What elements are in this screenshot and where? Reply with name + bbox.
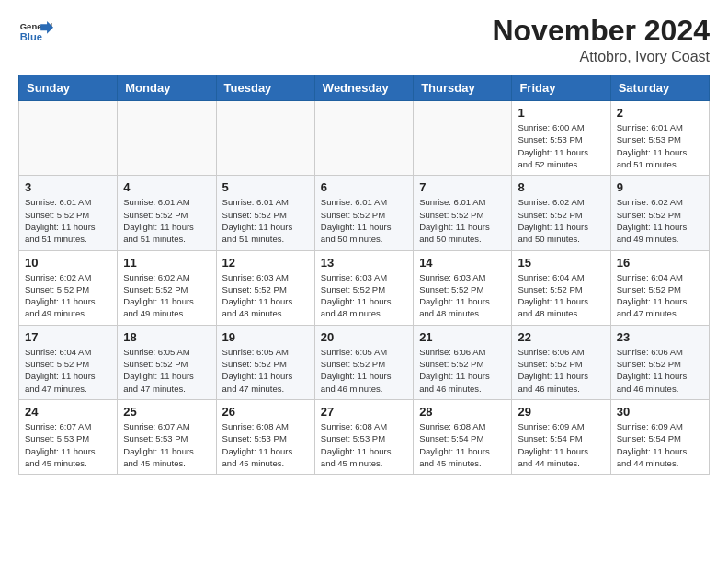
week-row-2: 3Sunrise: 6:01 AM Sunset: 5:52 PM Daylig…: [19, 176, 710, 250]
weekday-header-monday: Monday: [118, 75, 216, 101]
day-info: Sunrise: 6:07 AM Sunset: 5:53 PM Dayligh…: [25, 420, 111, 469]
day-number: 14: [419, 256, 506, 270]
day-info: Sunrise: 6:01 AM Sunset: 5:52 PM Dayligh…: [123, 196, 210, 245]
calendar-cell: 10Sunrise: 6:02 AM Sunset: 5:52 PM Dayli…: [19, 250, 118, 325]
calendar-cell: 11Sunrise: 6:02 AM Sunset: 5:52 PM Dayli…: [118, 250, 216, 325]
day-info: Sunrise: 6:01 AM Sunset: 5:53 PM Dayligh…: [617, 121, 703, 170]
calendar-title: November 2024: [492, 15, 710, 47]
day-number: 21: [419, 330, 506, 344]
logo-icon: General Blue: [18, 15, 53, 50]
calendar-table: SundayMondayTuesdayWednesdayThursdayFrid…: [18, 75, 710, 475]
calendar-cell: 16Sunrise: 6:04 AM Sunset: 5:52 PM Dayli…: [610, 250, 709, 325]
day-number: 10: [25, 256, 111, 270]
calendar-subtitle: Attobro, Ivory Coast: [492, 49, 710, 65]
day-info: Sunrise: 6:01 AM Sunset: 5:52 PM Dayligh…: [419, 196, 506, 245]
calendar-cell: [118, 101, 216, 176]
weekday-header-sunday: Sunday: [19, 75, 118, 101]
day-info: Sunrise: 6:03 AM Sunset: 5:52 PM Dayligh…: [321, 271, 407, 320]
day-number: 29: [518, 405, 604, 419]
day-number: 15: [518, 256, 604, 270]
svg-text:Blue: Blue: [20, 31, 42, 42]
day-info: Sunrise: 6:03 AM Sunset: 5:52 PM Dayligh…: [222, 271, 309, 320]
calendar-cell: 29Sunrise: 6:09 AM Sunset: 5:54 PM Dayli…: [512, 399, 610, 474]
day-info: Sunrise: 6:08 AM Sunset: 5:53 PM Dayligh…: [321, 420, 407, 469]
day-number: 16: [617, 256, 703, 270]
calendar-cell: 6Sunrise: 6:01 AM Sunset: 5:52 PM Daylig…: [314, 176, 413, 250]
day-info: Sunrise: 6:02 AM Sunset: 5:52 PM Dayligh…: [25, 271, 111, 320]
day-info: Sunrise: 6:07 AM Sunset: 5:53 PM Dayligh…: [123, 420, 210, 469]
day-number: 18: [123, 330, 210, 344]
day-number: 30: [617, 405, 703, 419]
calendar-cell: 8Sunrise: 6:02 AM Sunset: 5:52 PM Daylig…: [512, 176, 610, 250]
calendar-cell: 23Sunrise: 6:06 AM Sunset: 5:52 PM Dayli…: [610, 325, 709, 399]
calendar-cell: 5Sunrise: 6:01 AM Sunset: 5:52 PM Daylig…: [216, 176, 314, 250]
week-row-4: 17Sunrise: 6:04 AM Sunset: 5:52 PM Dayli…: [19, 325, 710, 399]
day-info: Sunrise: 6:02 AM Sunset: 5:52 PM Dayligh…: [123, 271, 210, 320]
day-info: Sunrise: 6:02 AM Sunset: 5:52 PM Dayligh…: [617, 196, 703, 245]
day-info: Sunrise: 6:04 AM Sunset: 5:52 PM Dayligh…: [617, 271, 703, 320]
weekday-header-friday: Friday: [512, 75, 610, 101]
week-row-5: 24Sunrise: 6:07 AM Sunset: 5:53 PM Dayli…: [19, 399, 710, 474]
calendar-cell: 27Sunrise: 6:08 AM Sunset: 5:53 PM Dayli…: [314, 399, 413, 474]
calendar-cell: [19, 101, 118, 176]
day-number: 27: [321, 405, 407, 419]
day-info: Sunrise: 6:06 AM Sunset: 5:52 PM Dayligh…: [617, 346, 703, 395]
day-number: 3: [25, 180, 111, 194]
calendar-cell: [216, 101, 314, 176]
day-info: Sunrise: 6:09 AM Sunset: 5:54 PM Dayligh…: [518, 420, 604, 469]
calendar-cell: 18Sunrise: 6:05 AM Sunset: 5:52 PM Dayli…: [118, 325, 216, 399]
day-number: 13: [321, 256, 407, 270]
day-number: 28: [419, 405, 506, 419]
day-info: Sunrise: 6:01 AM Sunset: 5:52 PM Dayligh…: [222, 196, 309, 245]
calendar-cell: 3Sunrise: 6:01 AM Sunset: 5:52 PM Daylig…: [19, 176, 118, 250]
calendar-cell: 17Sunrise: 6:04 AM Sunset: 5:52 PM Dayli…: [19, 325, 118, 399]
week-row-1: 1Sunrise: 6:00 AM Sunset: 5:53 PM Daylig…: [19, 101, 710, 176]
day-number: 12: [222, 256, 309, 270]
calendar-cell: 21Sunrise: 6:06 AM Sunset: 5:52 PM Dayli…: [414, 325, 512, 399]
calendar-cell: 15Sunrise: 6:04 AM Sunset: 5:52 PM Dayli…: [512, 250, 610, 325]
day-number: 26: [222, 405, 309, 419]
weekday-header-thursday: Thursday: [414, 75, 512, 101]
day-number: 6: [321, 180, 407, 194]
day-info: Sunrise: 6:05 AM Sunset: 5:52 PM Dayligh…: [222, 346, 309, 395]
day-info: Sunrise: 6:08 AM Sunset: 5:54 PM Dayligh…: [419, 420, 506, 469]
day-info: Sunrise: 6:02 AM Sunset: 5:52 PM Dayligh…: [518, 196, 604, 245]
calendar-cell: 25Sunrise: 6:07 AM Sunset: 5:53 PM Dayli…: [118, 399, 216, 474]
day-number: 4: [123, 180, 210, 194]
header: General Blue November 2024 Attobro, Ivor…: [18, 15, 710, 65]
day-number: 9: [617, 180, 703, 194]
day-number: 19: [222, 330, 309, 344]
day-info: Sunrise: 6:04 AM Sunset: 5:52 PM Dayligh…: [518, 271, 604, 320]
weekday-header-row: SundayMondayTuesdayWednesdayThursdayFrid…: [19, 75, 710, 101]
day-info: Sunrise: 6:05 AM Sunset: 5:52 PM Dayligh…: [321, 346, 407, 395]
calendar-cell: 24Sunrise: 6:07 AM Sunset: 5:53 PM Dayli…: [19, 399, 118, 474]
day-number: 25: [123, 405, 210, 419]
calendar-cell: 19Sunrise: 6:05 AM Sunset: 5:52 PM Dayli…: [216, 325, 314, 399]
calendar-cell: 20Sunrise: 6:05 AM Sunset: 5:52 PM Dayli…: [314, 325, 413, 399]
day-number: 7: [419, 180, 506, 194]
day-info: Sunrise: 6:03 AM Sunset: 5:52 PM Dayligh…: [419, 271, 506, 320]
page: General Blue November 2024 Attobro, Ivor…: [0, 0, 728, 493]
day-info: Sunrise: 6:06 AM Sunset: 5:52 PM Dayligh…: [518, 346, 604, 395]
day-number: 2: [617, 106, 703, 120]
day-number: 24: [25, 405, 111, 419]
day-info: Sunrise: 6:04 AM Sunset: 5:52 PM Dayligh…: [25, 346, 111, 395]
day-number: 11: [123, 256, 210, 270]
day-number: 5: [222, 180, 309, 194]
day-number: 1: [518, 106, 604, 120]
day-info: Sunrise: 6:01 AM Sunset: 5:52 PM Dayligh…: [25, 196, 111, 245]
day-number: 17: [25, 330, 111, 344]
day-number: 8: [518, 180, 604, 194]
calendar-cell: 9Sunrise: 6:02 AM Sunset: 5:52 PM Daylig…: [610, 176, 709, 250]
logo: General Blue: [18, 15, 57, 50]
day-info: Sunrise: 6:06 AM Sunset: 5:52 PM Dayligh…: [419, 346, 506, 395]
day-info: Sunrise: 6:05 AM Sunset: 5:52 PM Dayligh…: [123, 346, 210, 395]
day-info: Sunrise: 6:08 AM Sunset: 5:53 PM Dayligh…: [222, 420, 309, 469]
day-number: 22: [518, 330, 604, 344]
calendar-cell: [414, 101, 512, 176]
day-info: Sunrise: 6:00 AM Sunset: 5:53 PM Dayligh…: [518, 121, 604, 170]
weekday-header-wednesday: Wednesday: [314, 75, 413, 101]
day-info: Sunrise: 6:09 AM Sunset: 5:54 PM Dayligh…: [617, 420, 703, 469]
week-row-3: 10Sunrise: 6:02 AM Sunset: 5:52 PM Dayli…: [19, 250, 710, 325]
day-number: 23: [617, 330, 703, 344]
